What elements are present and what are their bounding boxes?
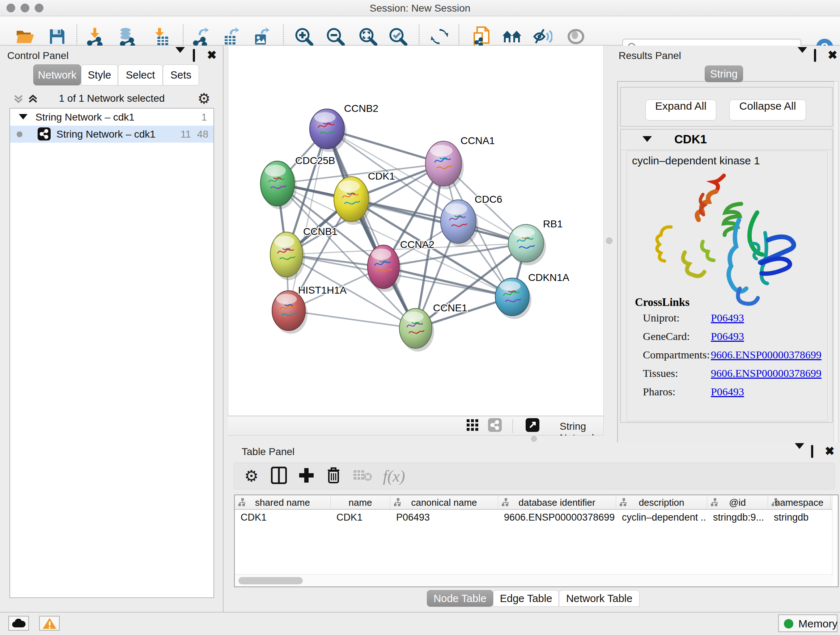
network-collection-row[interactable]: String Network – cdk1 1	[10, 109, 213, 126]
zoom-in-button[interactable]	[294, 27, 313, 48]
results-scrollbar[interactable]	[834, 81, 838, 461]
import-network-file-button[interactable]	[86, 27, 103, 48]
memory-button[interactable]: Memory	[778, 614, 837, 632]
network-node-CCNA1[interactable]: CCNA1	[425, 135, 495, 189]
crosslink-link[interactable]: 9606.ENSP00000378699	[711, 367, 821, 379]
cdk1-section-header[interactable]: CDK1	[621, 130, 832, 150]
expand-all-button[interactable]: Expand All	[645, 100, 716, 120]
column-header-name[interactable]: name	[331, 495, 390, 510]
network-node-RB1[interactable]: RB1	[508, 218, 562, 265]
string-import-button[interactable]	[472, 27, 490, 48]
scrollbar-thumb[interactable]	[238, 577, 303, 584]
network-node-CDC25B[interactable]: CDC25B	[261, 155, 335, 209]
table-panel-float-menu[interactable]	[795, 449, 804, 460]
tab-network-table[interactable]: Network Table	[559, 590, 639, 607]
table-options-gear-icon[interactable]: ⚙	[244, 468, 258, 484]
crosslink-link[interactable]: 9606.ENSP00000378699	[711, 348, 821, 361]
section-gene-name: CDK1	[674, 133, 707, 146]
warning-status-button[interactable]	[39, 616, 60, 631]
delete-table-icon[interactable]	[353, 469, 372, 483]
delete-column-icon[interactable]	[326, 467, 341, 486]
splitter-grip[interactable]	[606, 238, 613, 244]
network-node-CDKN1A[interactable]: CDKN1A	[495, 272, 569, 319]
collection-expand-arrow[interactable]	[19, 114, 27, 119]
zoom-selected-button[interactable]	[388, 27, 407, 48]
column-header-namespace[interactable]: namespace	[768, 495, 831, 510]
collapse-all-button[interactable]: Collapse All	[729, 100, 806, 120]
results-panel-float-menu[interactable]	[798, 53, 807, 64]
network-options-gear-icon[interactable]: ⚙	[197, 91, 210, 106]
tab-sets[interactable]: Sets	[163, 65, 199, 86]
function-builder-icon[interactable]: f(x)	[383, 467, 405, 486]
tab-style[interactable]: Style	[81, 65, 118, 86]
vertical-splitter[interactable]	[603, 46, 615, 435]
open-session-button[interactable]	[16, 29, 35, 46]
network-node-CCNA2[interactable]: CCNA2	[368, 239, 434, 292]
table-horizontal-scrollbar[interactable]	[235, 574, 833, 586]
splitter-grip[interactable]	[531, 436, 537, 442]
network-edge-CCNA2-CDKN1A[interactable]	[384, 267, 512, 297]
export-network-button[interactable]	[192, 27, 210, 48]
homes-button[interactable]	[502, 29, 522, 46]
table-cell[interactable]: CDK1	[336, 512, 389, 523]
tab-edge-table[interactable]: Edge Table	[493, 590, 559, 607]
network-canvas[interactable]: CCNB2CCNA1CDC25BCDK1CDC6RB1CCNB1CCNA2CDK…	[228, 46, 603, 416]
column-header-database-identifier[interactable]: database identifier	[498, 495, 616, 510]
export-table-button[interactable]	[223, 27, 240, 48]
table-toolbar: ⚙ f(x)	[234, 463, 835, 489]
section-collapse-arrow[interactable]	[643, 136, 652, 142]
control-panel-float-button[interactable]	[193, 50, 195, 61]
column-header--id[interactable]: @id	[707, 495, 768, 510]
table-cell[interactable]: stringdb	[774, 512, 829, 523]
network-row[interactable]: String Network – cdk1 11 48	[10, 126, 213, 143]
network-view-toolbar: String Network – cdk1 1 – 0 0 – 0	[228, 416, 603, 435]
network-type-badge-icon[interactable]	[488, 418, 502, 433]
column-header-shared-name[interactable]: shared name	[235, 495, 331, 510]
import-network-database-button[interactable]	[118, 27, 136, 48]
control-panel-float-menu[interactable]	[175, 53, 185, 64]
tab-node-table[interactable]: Node Table	[427, 590, 493, 607]
tab-string[interactable]: String	[705, 65, 743, 82]
network-node-count: 11	[180, 128, 191, 140]
table-panel-float-button[interactable]	[811, 446, 813, 457]
table-cell[interactable]: cyclin–dependent ...	[622, 512, 706, 523]
birds-eye-view-icon[interactable]	[466, 418, 479, 433]
column-header-canonical-name[interactable]: canonical name	[390, 495, 498, 510]
network-edge-HIST1H1A-CCNE1[interactable]	[289, 310, 416, 328]
apply-layout-button[interactable]	[431, 27, 448, 47]
export-image-button[interactable]	[253, 27, 270, 48]
control-panel-close-button[interactable]: ✖	[207, 51, 217, 59]
network-node-HIST1H1A[interactable]: HIST1H1A	[272, 285, 347, 334]
crosslink-link[interactable]: P06493	[711, 330, 744, 342]
network-node-CCNB2[interactable]: CCNB2	[309, 103, 378, 152]
results-panel-float-button[interactable]	[814, 50, 816, 61]
zoom-out-button[interactable]	[326, 27, 345, 48]
show-eye-icon[interactable]	[567, 29, 585, 46]
network-node-CCNE1[interactable]: CCNE1	[399, 302, 467, 352]
table-cell[interactable]: stringdb:9...	[713, 512, 767, 523]
column-header-description[interactable]: description	[616, 495, 707, 510]
add-column-icon[interactable]	[298, 467, 314, 485]
crosslink-link[interactable]: P06493	[711, 386, 744, 398]
table-panel-close-button[interactable]: ✖	[825, 447, 835, 455]
table-cell[interactable]: 9606.ENSP00000378699	[504, 512, 615, 523]
show-columns-icon[interactable]	[271, 467, 287, 486]
network-node-CDC6[interactable]: CDC6	[441, 194, 502, 247]
save-session-button[interactable]	[49, 29, 65, 46]
detach-view-icon[interactable]	[526, 418, 539, 433]
network-edge-CDK1-RB1[interactable]	[351, 199, 526, 243]
crosslink-row: Uniprot:P06493	[627, 312, 827, 330]
crosslinks-list: Uniprot:P06493GeneCard:P06493Compartment…	[627, 312, 827, 404]
node-label-CCNA1: CCNA1	[461, 135, 495, 146]
table-cell[interactable]: P06493	[396, 512, 497, 523]
tab-select[interactable]: Select	[118, 65, 163, 86]
cloud-status-button[interactable]	[8, 616, 29, 631]
crosslink-link[interactable]: P06493	[711, 312, 744, 324]
tab-network[interactable]: Network	[33, 65, 81, 86]
table-vertical-scrollbar[interactable]	[832, 495, 838, 586]
table-cell[interactable]: CDK1	[240, 512, 329, 523]
hide-glyphs-eye-icon[interactable]	[533, 28, 553, 47]
results-panel-close-button[interactable]: ✖	[828, 51, 837, 59]
import-table-file-button[interactable]	[153, 27, 169, 48]
zoom-fit-button[interactable]	[358, 27, 377, 48]
